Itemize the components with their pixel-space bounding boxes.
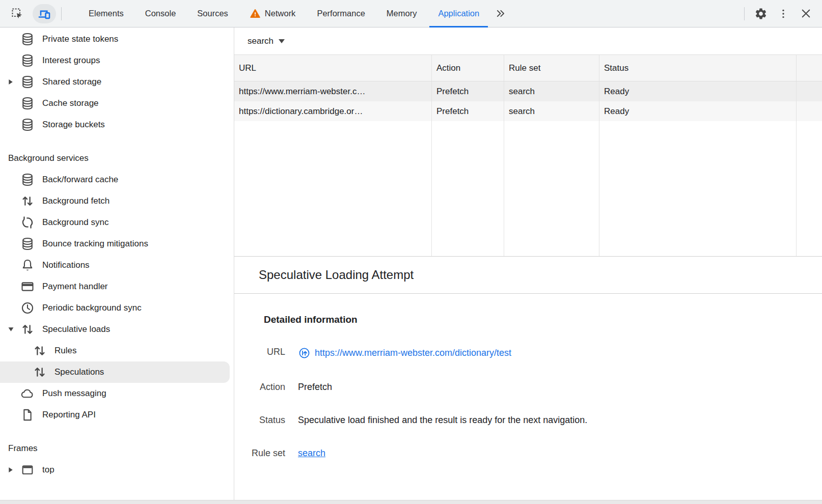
close-devtools-button[interactable] <box>794 4 817 24</box>
sidebar-item-interest-groups[interactable]: Interest groups <box>0 50 234 71</box>
inspect-cursor-icon <box>11 7 24 20</box>
column-header-filler <box>797 55 822 81</box>
cloud-icon <box>20 386 35 401</box>
sidebar-item-label: Periodic background sync <box>42 303 142 313</box>
tab-network[interactable]: Network <box>239 0 307 27</box>
device-toolbar-button[interactable] <box>33 4 56 23</box>
sidebar-item-speculative-loads[interactable]: Speculative loads <box>0 319 234 340</box>
tab-memory[interactable]: Memory <box>376 0 428 27</box>
database-icon <box>20 32 35 46</box>
tab-label: Memory <box>387 9 417 18</box>
column-header-action[interactable]: Action <box>432 55 504 81</box>
sidebar-item-speculations[interactable]: Speculations <box>0 361 230 383</box>
expand-arrow-icon[interactable] <box>7 466 20 474</box>
tab-label: Performance <box>317 9 365 18</box>
sidebar-item-label: Private state tokens <box>42 34 118 44</box>
details-section-title: Detailed information <box>264 314 810 325</box>
column-header-url[interactable]: URL <box>234 55 432 81</box>
speculations-view: search URL Action Rule set Status https:… <box>234 27 822 500</box>
cell-action: Prefetch <box>432 81 504 101</box>
sidebar-item-label: Speculations <box>54 367 104 377</box>
device-toolbar-icon <box>37 7 51 21</box>
table-empty-area <box>234 121 822 257</box>
sidebar-item-label: Push messaging <box>42 388 106 399</box>
sidebar-item-storage-buckets[interactable]: Storage buckets <box>0 114 234 135</box>
sidebar-item-top-frame[interactable]: top <box>0 459 234 481</box>
table-row[interactable]: https://dictionary.cambridge.or… Prefetc… <box>234 101 822 121</box>
rule-set-link[interactable]: search <box>298 448 325 459</box>
speculations-table: URL Action Rule set Status https://www.m… <box>234 54 822 257</box>
sidebar-item-label: top <box>42 465 54 475</box>
kebab-menu-icon <box>777 8 789 20</box>
database-icon <box>20 53 35 68</box>
tab-performance[interactable]: Performance <box>306 0 375 27</box>
sidebar-item-push-messaging[interactable]: Push messaging <box>0 383 234 404</box>
sidebar-item-notifications[interactable]: Notifications <box>0 255 234 276</box>
detailed-information-section: Detailed information URL https://www.mer… <box>234 294 822 481</box>
tab-sources[interactable]: Sources <box>186 0 239 27</box>
sidebar-item-shared-storage[interactable]: Shared storage <box>0 71 234 93</box>
table-row[interactable]: https://www.merriam-webster.c… Prefetch … <box>234 81 822 101</box>
cell-status: Ready <box>599 81 797 101</box>
document-icon <box>20 408 35 422</box>
prefetched-url-link[interactable]: https://www.merriam-webster.com/dictiona… <box>315 348 511 358</box>
more-tabs-button[interactable] <box>490 4 510 24</box>
bottom-scrollbar-strip[interactable] <box>0 500 822 504</box>
detail-label: URL <box>251 347 285 357</box>
cell-url: https://www.merriam-webster.c… <box>234 81 432 101</box>
clock-icon <box>20 301 35 315</box>
expand-arrow-icon[interactable] <box>7 78 20 86</box>
detail-row-status: Status Speculative load finished and the… <box>251 415 810 426</box>
toolbar-divider <box>744 7 745 20</box>
settings-button[interactable] <box>750 4 772 24</box>
sidebar-item-periodic-background-sync[interactable]: Periodic background sync <box>0 297 234 319</box>
sidebar-item-background-sync[interactable]: Background sync <box>0 212 234 233</box>
sidebar-item-back-forward-cache[interactable]: Back/forward cache <box>0 169 234 190</box>
column-header-rule-set[interactable]: Rule set <box>504 55 599 81</box>
database-icon <box>20 118 35 132</box>
sidebar-item-reporting-api[interactable]: Reporting API <box>0 404 234 426</box>
sidebar-section-frames: Frames <box>0 438 234 459</box>
database-icon <box>20 173 35 187</box>
sidebar-item-label: Rules <box>54 346 76 356</box>
sidebar-item-label: Background fetch <box>42 196 109 206</box>
sync-arrows-icon <box>20 215 35 230</box>
application-sidebar: Private state tokens Interest groups Sha… <box>0 27 234 500</box>
collapse-arrow-icon[interactable] <box>7 326 20 333</box>
cell-url: https://dictionary.cambridge.or… <box>234 101 432 121</box>
column-header-status[interactable]: Status <box>599 55 797 81</box>
cell-status: Ready <box>599 101 797 121</box>
toolbar-divider <box>61 7 62 20</box>
table-header-row: URL Action Rule set Status <box>234 54 822 81</box>
detail-value: Prefetch <box>298 382 332 393</box>
ruleset-filter-dropdown[interactable]: search <box>248 36 285 46</box>
sidebar-item-private-state-tokens[interactable]: Private state tokens <box>0 29 234 50</box>
chevron-double-right-icon <box>495 8 506 19</box>
inspect-element-button[interactable] <box>7 4 28 24</box>
up-down-arrows-icon <box>33 365 47 379</box>
detail-value: Speculative load finished and the result… <box>298 415 587 426</box>
tab-elements[interactable]: Elements <box>78 0 134 27</box>
dropdown-caret-icon <box>279 39 285 43</box>
database-icon <box>20 75 35 89</box>
sidebar-item-label: Cache storage <box>42 98 99 108</box>
sidebar-item-background-fetch[interactable]: Background fetch <box>0 190 234 212</box>
detail-row-action: Action Prefetch <box>251 382 810 393</box>
sidebar-item-payment-handler[interactable]: Payment handler <box>0 276 234 297</box>
detail-row-rule-set: Rule set search <box>251 448 810 459</box>
sidebar-item-cache-storage[interactable]: Cache storage <box>0 93 234 114</box>
detail-label: Status <box>251 415 285 426</box>
panel-tabs: Elements Console Sources Network Perform… <box>78 0 510 27</box>
open-link-circle-icon[interactable] <box>298 347 311 359</box>
customize-menu-button[interactable] <box>772 4 794 24</box>
application-panel: Private state tokens Interest groups Sha… <box>0 27 822 500</box>
sidebar-item-rules[interactable]: Rules <box>0 340 234 361</box>
tab-application[interactable]: Application <box>427 0 490 27</box>
sidebar-item-label: Bounce tracking mitigations <box>42 239 148 249</box>
tab-label: Application <box>438 9 479 18</box>
close-x-icon <box>800 7 812 20</box>
sidebar-item-label: Reporting API <box>42 410 96 420</box>
sidebar-item-bounce-tracking-mitigations[interactable]: Bounce tracking mitigations <box>0 233 234 255</box>
tab-console[interactable]: Console <box>134 0 187 27</box>
database-icon <box>20 237 35 251</box>
